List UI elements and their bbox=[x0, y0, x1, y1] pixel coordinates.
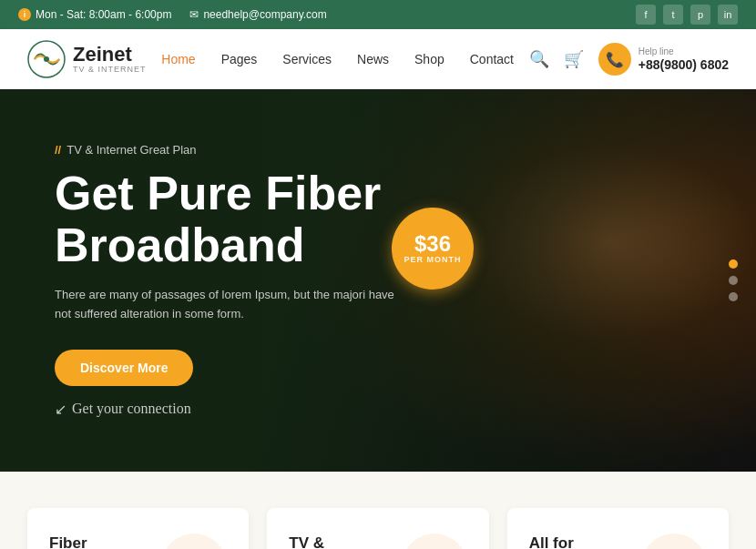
slide-dot-3[interactable] bbox=[729, 292, 738, 301]
service-info-fiber: Fiber Broadband Nam nec est id dui effic… bbox=[49, 534, 143, 549]
site-header: Zeinet TV & INTERNET Home Pages Services… bbox=[0, 29, 756, 89]
service-icon-mobile bbox=[641, 534, 707, 549]
service-info-mobile: All for Mobiles Nam nec est id dui effic… bbox=[529, 534, 623, 549]
nav-news[interactable]: News bbox=[357, 52, 389, 66]
logo[interactable]: Zeinet TV & INTERNET bbox=[27, 40, 147, 78]
mail-icon: ✉ bbox=[189, 8, 199, 21]
nav-home[interactable]: Home bbox=[161, 52, 195, 66]
cart-button[interactable]: 🛒 bbox=[564, 49, 584, 69]
social-links: f t p in bbox=[636, 5, 738, 25]
nav-pages[interactable]: Pages bbox=[221, 52, 258, 66]
slider-dots bbox=[729, 259, 738, 301]
search-button[interactable]: 🔍 bbox=[529, 49, 549, 69]
phone-icon: 📞 bbox=[598, 43, 631, 76]
hero-script-text: ↙ Get your connection bbox=[55, 401, 401, 418]
twitter-icon[interactable]: t bbox=[663, 5, 683, 25]
service-icon-fiber bbox=[161, 534, 227, 549]
service-title-tv: TV & Streaming bbox=[289, 534, 383, 549]
logo-text: Zeinet TV & INTERNET bbox=[73, 44, 147, 75]
nav-contact[interactable]: Contact bbox=[470, 52, 514, 66]
svg-point-1 bbox=[44, 56, 49, 62]
main-nav: Home Pages Services News Shop Contact bbox=[161, 52, 514, 66]
services-grid: Fiber Broadband Nam nec est id dui effic… bbox=[27, 508, 729, 549]
top-bar-info: i Mon - Sat: 8:00am - 6:00pm ✉ needhelp@… bbox=[18, 8, 327, 21]
discover-more-button[interactable]: Discover More bbox=[55, 350, 193, 386]
service-card-tv: TV & Streaming Nam nec est id dui effici… bbox=[267, 508, 488, 549]
helpline: 📞 Help line +88(9800) 6802 bbox=[598, 43, 729, 76]
slide-dot-1[interactable] bbox=[729, 259, 738, 269]
nav-services[interactable]: Services bbox=[282, 52, 332, 66]
header-actions: 🔍 🛒 📞 Help line +88(9800) 6802 bbox=[529, 43, 729, 76]
service-icon-tv: TV bbox=[402, 534, 467, 549]
hero-subtitle: TV & Internet Great Plan bbox=[55, 143, 401, 157]
hero-description: There are many of passages of lorem Ipsu… bbox=[55, 286, 401, 324]
top-bar: i Mon - Sat: 8:00am - 6:00pm ✉ needhelp@… bbox=[0, 0, 756, 29]
service-title-mobile: All for Mobiles bbox=[529, 534, 623, 549]
price-badge: $36 PER MONTH bbox=[392, 208, 474, 290]
email-info: ✉ needhelp@company.com bbox=[189, 8, 326, 21]
facebook-icon[interactable]: f bbox=[636, 5, 656, 25]
logo-icon bbox=[27, 40, 66, 78]
nav-shop[interactable]: Shop bbox=[414, 52, 444, 66]
service-title-fiber: Fiber Broadband bbox=[49, 534, 143, 549]
hours-info: i Mon - Sat: 8:00am - 6:00pm bbox=[18, 8, 171, 21]
slide-dot-2[interactable] bbox=[729, 276, 738, 285]
pinterest-icon[interactable]: p bbox=[690, 5, 710, 25]
hero-content: TV & Internet Great Plan Get Pure Fiber … bbox=[0, 143, 455, 418]
clock-icon: i bbox=[18, 8, 31, 21]
hero-title: Get Pure Fiber Broadband bbox=[55, 168, 401, 271]
helpline-text: Help line +88(9800) 6802 bbox=[639, 46, 729, 73]
service-card-fiber: Fiber Broadband Nam nec est id dui effic… bbox=[27, 508, 249, 549]
hero-section: TV & Internet Great Plan Get Pure Fiber … bbox=[0, 89, 756, 472]
service-info-tv: TV & Streaming Nam nec est id dui effici… bbox=[289, 534, 383, 549]
service-card-mobile: All for Mobiles Nam nec est id dui effic… bbox=[507, 508, 729, 549]
instagram-icon[interactable]: in bbox=[718, 5, 738, 25]
services-section: Fiber Broadband Nam nec est id dui effic… bbox=[0, 472, 756, 549]
